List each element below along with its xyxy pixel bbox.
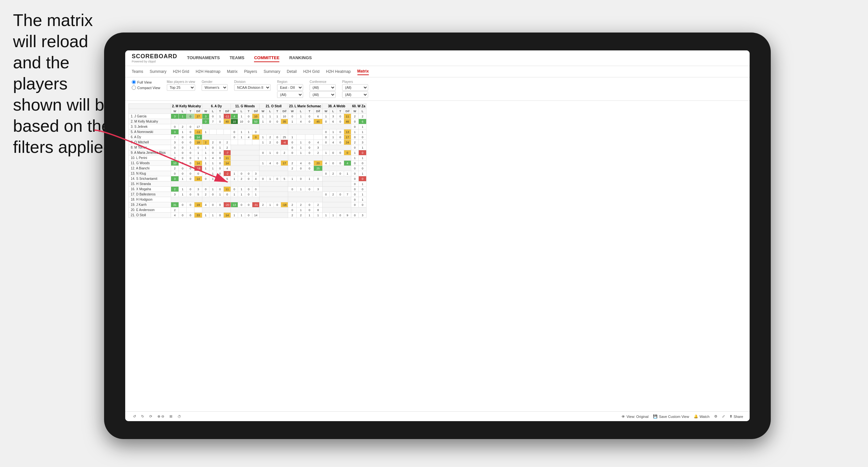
cell: 10 <box>252 114 259 119</box>
refresh-button[interactable]: ⟳ <box>148 414 154 419</box>
cell: 0 <box>266 119 274 124</box>
gender-select[interactable]: Women's <box>202 84 228 91</box>
cell-empty <box>322 155 351 161</box>
max-players-select[interactable]: Top 25 <box>167 84 195 91</box>
cell: 0 <box>344 150 351 155</box>
share-button[interactable]: ⬆ Share <box>730 414 743 418</box>
subnav-summary2[interactable]: Summary <box>264 68 280 75</box>
nav-tournaments[interactable]: TOURNAMENTS <box>187 54 220 62</box>
players-label: Players <box>342 80 368 84</box>
players-select[interactable]: (All) <box>342 84 368 91</box>
subh-m-dif: Dif <box>194 109 202 114</box>
cell: 1 <box>259 114 266 119</box>
sub-nav: Teams Summary H2H Grid H2H Heatmap Matri… <box>125 66 750 77</box>
cell: 1 <box>305 176 313 182</box>
subnav-detail[interactable]: Detail <box>287 68 297 75</box>
cell: 3 <box>252 171 259 176</box>
cell: 31 <box>171 202 179 208</box>
region-sub-select[interactable]: (All) <box>277 91 303 98</box>
header-row-1: 2. M Kelly Mulcahy 6. A Dy 11. G Woods 2… <box>129 104 367 109</box>
players-sub-select[interactable]: (All) <box>342 91 368 98</box>
subnav-matrix2[interactable]: Matrix <box>358 68 369 75</box>
subh-we-t: T <box>337 109 344 114</box>
cell: 1 <box>351 155 359 161</box>
players-filter: Players (All) (All) <box>342 80 368 98</box>
subh-m-l: L <box>179 109 186 114</box>
watch-button[interactable]: 🔔 Watch <box>694 414 710 418</box>
cell: -18 <box>281 202 288 208</box>
region-select[interactable]: East - DII <box>277 84 303 91</box>
cell-empty <box>322 208 351 213</box>
cell: 1 <box>230 213 238 218</box>
cell: 45 <box>314 119 322 124</box>
cell: 1 <box>359 192 367 197</box>
undo-button[interactable]: ↺ <box>132 414 137 419</box>
cell-empty <box>259 187 288 192</box>
save-custom-button[interactable]: 💾 Save Custom View <box>653 414 689 418</box>
conference-filter: Conference (All) (All) <box>310 80 336 98</box>
table-row: 21. O Stoll 40033 11014 11014 2211 1109 … <box>129 213 367 218</box>
subnav-h2h-grid2[interactable]: H2H Grid <box>303 68 319 75</box>
cell-empty <box>288 129 322 135</box>
cell: 0 <box>351 135 359 140</box>
cell: 0 <box>359 135 367 140</box>
cell: 2 <box>330 192 337 197</box>
full-view-label[interactable]: Full View <box>132 80 160 84</box>
cell: 46 <box>344 119 351 124</box>
division-select[interactable]: NCAA Division II <box>234 84 271 91</box>
cell: 0 <box>245 176 252 182</box>
options-button[interactable]: ⚙ <box>714 414 717 418</box>
cell: 1 <box>297 208 305 213</box>
cell: -31 <box>252 202 259 208</box>
subh-d-l: L <box>209 109 216 114</box>
cell: 3 <box>330 114 337 119</box>
timer-button[interactable]: ⏱ <box>176 414 182 419</box>
layout-button[interactable]: ⊞ <box>168 414 174 419</box>
subnav-matrix1[interactable]: Matrix <box>227 68 238 75</box>
expand-button[interactable]: ⤢ <box>722 414 725 418</box>
subh-d-dif: Dif <box>223 109 230 114</box>
cell-empty <box>259 208 288 213</box>
subnav-players[interactable]: Players <box>244 68 257 75</box>
cell: 1 <box>238 187 245 192</box>
conference-sub-select[interactable]: (All) <box>310 91 336 98</box>
header-col-dy: 6. A Dy <box>202 104 230 109</box>
cell: 0 <box>245 187 252 192</box>
redo-button[interactable]: ↻ <box>140 414 145 419</box>
compact-view-radio[interactable] <box>132 86 136 90</box>
zoom-controls[interactable]: ⊕ ⊖ <box>156 414 165 419</box>
header-col-webb: 38. A Webb <box>322 104 351 109</box>
subnav-h2h-heatmap1[interactable]: H2H Heatmap <box>196 68 220 75</box>
cell: 35 <box>281 119 288 124</box>
cell: 0 <box>351 171 359 176</box>
cell: 0 <box>359 202 367 208</box>
subnav-h2h-heatmap2[interactable]: H2H Heatmap <box>326 68 350 75</box>
cell: 0 <box>245 171 252 176</box>
nav-rankings[interactable]: RANKINGS <box>289 54 312 62</box>
cell: 6 <box>359 119 367 124</box>
subnav-summary1[interactable]: Summary <box>150 68 166 75</box>
cell: 2 <box>297 213 305 218</box>
cell: 0 <box>297 176 305 182</box>
cell: 0 <box>330 161 337 166</box>
subnav-teams[interactable]: Teams <box>132 68 143 75</box>
cell: 4 <box>330 140 337 145</box>
cell: 8 <box>314 208 322 213</box>
nav-committee[interactable]: COMMITTEE <box>254 54 279 62</box>
conference-select[interactable]: (All) <box>310 84 336 91</box>
cell: 14 <box>252 213 259 218</box>
cell-empty <box>288 155 322 161</box>
max-players-filter: Max players in view Top 25 <box>167 80 195 91</box>
cell-empty <box>322 187 351 192</box>
full-view-radio[interactable] <box>132 80 136 84</box>
nav-teams[interactable]: TEAMS <box>229 54 245 62</box>
view-original-button[interactable]: 👁 View: Original <box>621 415 649 418</box>
cell: 4 <box>297 119 305 124</box>
cell: 0 <box>202 119 209 124</box>
subh-d-t: T <box>216 109 223 114</box>
subnav-h2h-grid1[interactable]: H2H Grid <box>173 68 189 75</box>
compact-view-label[interactable]: Compact View <box>132 86 160 90</box>
subh-we-w: W <box>322 109 330 114</box>
cell: 0 <box>351 187 359 192</box>
tablet-screen: SCOREBOARD Powered by clippd TOURNAMENTS… <box>125 51 750 421</box>
